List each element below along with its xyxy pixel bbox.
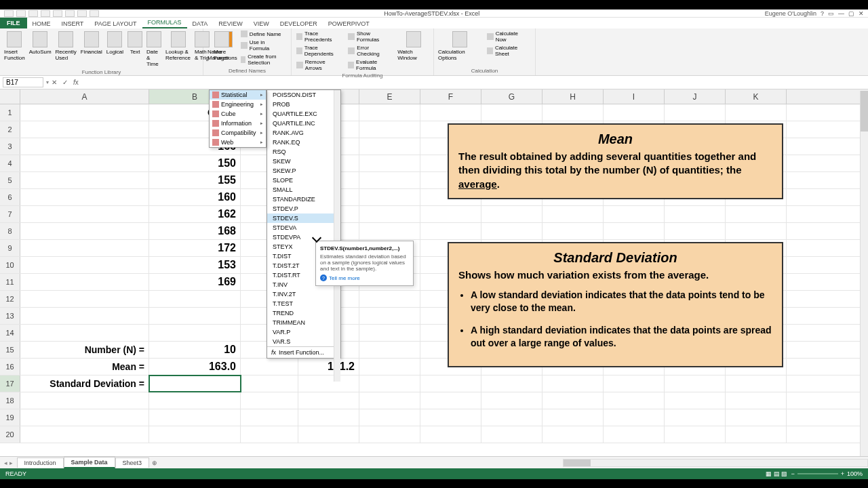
cell-C19[interactable] xyxy=(241,409,298,426)
cell-K7[interactable] xyxy=(726,206,787,222)
formula-input[interactable] xyxy=(81,82,868,83)
cell-K19[interactable] xyxy=(726,409,787,426)
cell-I20[interactable] xyxy=(604,426,665,443)
cell-E7[interactable] xyxy=(359,206,420,222)
row-header[interactable]: 18 xyxy=(0,392,20,409)
cell-F7[interactable] xyxy=(420,206,481,222)
redo-icon[interactable] xyxy=(41,10,50,17)
insert-function-link[interactable]: fxInsert Function... xyxy=(267,346,340,358)
cell-J19[interactable] xyxy=(665,409,726,426)
fn-item-prob[interactable]: PROB xyxy=(267,100,340,109)
minimize-icon[interactable]: — xyxy=(838,10,844,17)
cell-J1[interactable] xyxy=(665,104,726,121)
cell-B12[interactable] xyxy=(149,291,241,307)
cell-E17[interactable] xyxy=(359,375,420,392)
cell-A6[interactable] xyxy=(20,189,149,205)
date-time-button[interactable]: Date & Time xyxy=(145,30,163,68)
tab-developer[interactable]: DEVELOPER xyxy=(275,19,323,28)
cell-H8[interactable] xyxy=(542,223,604,239)
row-header[interactable]: 2 xyxy=(0,121,20,138)
cell-A17[interactable]: Standard Deviation = xyxy=(20,375,149,392)
fn-item-skew[interactable]: SKEW xyxy=(267,157,340,166)
undo-icon[interactable] xyxy=(28,10,38,17)
horizontal-scrollbar[interactable] xyxy=(563,459,868,467)
menu-scrollbar[interactable] xyxy=(334,90,340,382)
tab-review[interactable]: REVIEW xyxy=(213,19,248,28)
col-header-e[interactable]: E xyxy=(359,89,420,104)
show-formulas-button[interactable]: Show Formulas xyxy=(346,30,395,43)
save-icon[interactable] xyxy=(16,10,26,17)
cell-E20[interactable] xyxy=(359,426,420,443)
cell-I19[interactable] xyxy=(604,409,665,426)
row-header[interactable]: 17 xyxy=(0,375,20,392)
fn-item-rank-eq[interactable]: RANK.EQ xyxy=(267,138,340,147)
cell-E14[interactable] xyxy=(359,325,420,341)
row-header[interactable]: 8 xyxy=(0,223,20,239)
cell-K1[interactable] xyxy=(726,104,787,121)
fn-item-rank-avg[interactable]: RANK.AVG xyxy=(267,128,340,138)
cell-D16[interactable]: 181.2 xyxy=(298,359,359,375)
sheet-nav[interactable]: ◂ ▸ xyxy=(0,460,17,466)
cell-G1[interactable] xyxy=(481,104,542,121)
view-normal-icon[interactable]: ▦ xyxy=(766,470,772,477)
fn-item-stdev-p[interactable]: STDEV.P xyxy=(267,204,340,214)
zoom-out-icon[interactable]: − xyxy=(791,470,794,477)
cell-G19[interactable] xyxy=(481,409,542,426)
sheet-tab-sample-data[interactable]: Sample Data xyxy=(64,457,115,468)
fn-item-small[interactable]: SMALL xyxy=(267,185,340,195)
fn-item-trimmean[interactable]: TRIMMEAN xyxy=(267,318,340,327)
file-tab[interactable]: FILE xyxy=(0,18,27,28)
col-header-i[interactable]: I xyxy=(604,89,665,104)
row-header[interactable]: 4 xyxy=(0,155,20,171)
autosum-button[interactable]: AutoSum xyxy=(28,30,53,68)
close-icon[interactable]: ✕ xyxy=(859,10,864,17)
cell-I7[interactable] xyxy=(604,206,665,222)
row-header[interactable]: 20 xyxy=(0,426,20,443)
fn-item-quartile-exc[interactable]: QUARTILE.EXC xyxy=(267,109,340,119)
cell-F8[interactable] xyxy=(420,223,481,239)
cell-C20[interactable] xyxy=(241,426,298,443)
menu-item-cube[interactable]: Cube▸ xyxy=(210,109,266,119)
cell-A12[interactable] xyxy=(20,291,149,307)
info-box-stddev[interactable]: Standard Deviation Shows how much variat… xyxy=(448,242,783,367)
col-header-h[interactable]: H xyxy=(542,89,604,104)
tab-formulas[interactable]: FORMULAS xyxy=(142,18,187,28)
fn-item-var-s[interactable]: VAR.S xyxy=(267,337,340,346)
row-header[interactable]: 13 xyxy=(0,308,20,324)
cell-K8[interactable] xyxy=(726,223,787,239)
name-manager-button[interactable]: Name Manager xyxy=(206,30,237,67)
col-header-g[interactable]: G xyxy=(481,89,542,104)
row-header[interactable]: 5 xyxy=(0,172,20,188)
cell-G7[interactable] xyxy=(481,206,542,222)
recently-used-button[interactable]: Recently Used xyxy=(54,30,78,68)
enter-icon[interactable]: ✓ xyxy=(60,79,71,86)
row-header[interactable]: 1 xyxy=(0,104,20,121)
user-name[interactable]: Eugene O'Loughlin xyxy=(765,10,816,17)
fn-item-poisson-dist[interactable]: POISSON.DIST xyxy=(267,90,340,100)
calc-options-button[interactable]: Calculation Options xyxy=(437,30,484,67)
cell-K18[interactable] xyxy=(726,392,787,409)
fn-item-t-test[interactable]: T.TEST xyxy=(267,299,340,308)
cell-A19[interactable] xyxy=(20,409,149,426)
cell-F1[interactable] xyxy=(420,104,481,121)
view-page-break-icon[interactable]: ▧ xyxy=(781,470,787,477)
fn-item-stdeva[interactable]: STDEVA xyxy=(267,223,340,232)
cell-E15[interactable] xyxy=(359,342,420,358)
fn-item-quartile-inc[interactable]: QUARTILE.INC xyxy=(267,119,340,128)
fn-item-var-p[interactable]: VAR.P xyxy=(267,327,340,337)
cell-F20[interactable] xyxy=(420,426,481,443)
calculate-sheet-button[interactable]: Calculate Sheet xyxy=(485,44,532,58)
insert-function-button[interactable]: Insert Function xyxy=(3,30,26,68)
cell-A18[interactable] xyxy=(20,392,149,409)
cancel-icon[interactable]: ✕ xyxy=(49,79,60,86)
cell-E4[interactable] xyxy=(359,155,420,171)
fx-icon[interactable]: fx xyxy=(71,79,81,86)
cell-F18[interactable] xyxy=(420,392,481,409)
zoom-control[interactable]: − + 100% xyxy=(791,470,863,477)
trace-dependents-button[interactable]: Trace Dependents xyxy=(294,44,344,58)
cell-A13[interactable] xyxy=(20,308,149,324)
tab-view[interactable]: VIEW xyxy=(248,19,275,28)
fn-item-skew-p[interactable]: SKEW.P xyxy=(267,166,340,176)
cell-A14[interactable] xyxy=(20,325,149,341)
calculate-now-button[interactable]: Calculate Now xyxy=(485,30,532,43)
